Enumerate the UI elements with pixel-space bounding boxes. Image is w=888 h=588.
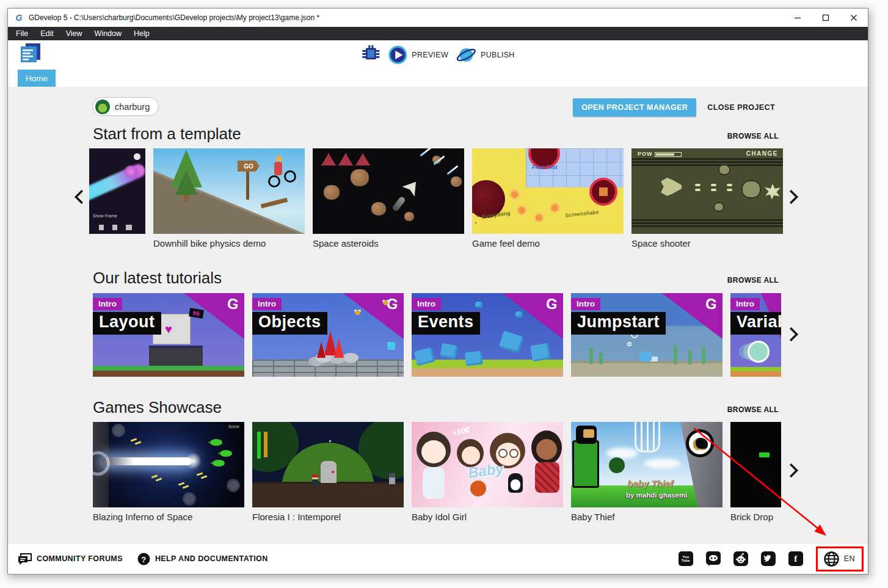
showcase-caption[interactable]: Baby Idol Girl — [412, 512, 563, 522]
help-icon: ? — [137, 553, 150, 565]
project-manager-button[interactable] — [19, 43, 42, 67]
showcase-card-blazing-inferno[interactable]: Score — [93, 422, 244, 507]
template-caption[interactable]: Downhill bike physics demo — [153, 238, 305, 249]
menu-file[interactable]: File — [8, 27, 34, 40]
art — [334, 338, 344, 358]
help-documentation-button[interactable]: ? HELP AND DOCUMENTATION — [137, 553, 268, 565]
showcase-card-baby-idol-girl[interactable]: +100 Baby — [412, 422, 563, 507]
template-card-game-feel[interactable]: Float Text Everything Screenshake — [472, 148, 624, 234]
play-icon — [388, 45, 407, 65]
showcase-caption[interactable]: Floresia I : Intemporel — [252, 512, 404, 522]
tutorial-tag: Intro — [93, 298, 122, 310]
browse-all-tutorials[interactable]: BROWSE ALL — [727, 276, 779, 285]
art — [511, 191, 518, 198]
debugger-button[interactable] — [361, 44, 380, 66]
template-card-space-shooter[interactable]: POW CHANGE — [631, 148, 783, 234]
art — [338, 153, 353, 165]
template-card-partial[interactable]: Show Frame — [89, 148, 145, 234]
template-card-downhill-bike[interactable]: GO — [153, 148, 305, 234]
score-label: Score — [228, 424, 239, 429]
open-project-manager-button[interactable]: OPEN PROJECT MANAGER — [573, 98, 696, 117]
art — [99, 225, 132, 230]
language-selector[interactable]: EN — [816, 546, 864, 572]
art — [355, 153, 370, 165]
twitter-icon[interactable] — [761, 551, 776, 566]
preview-label: PREVIEW — [412, 51, 448, 59]
art — [695, 184, 701, 186]
browse-all-showcase[interactable]: BROWSE ALL — [727, 405, 779, 414]
showcase-caption[interactable]: Brick Drop — [730, 512, 868, 522]
community-forums-button[interactable]: COMMUNITY FORUMS — [18, 553, 123, 565]
gdevelop-window: G GDevelop 5 - C:\Users\charburg\Documen… — [7, 8, 868, 575]
art — [702, 346, 705, 365]
art — [257, 432, 261, 459]
art — [387, 343, 395, 350]
art — [551, 205, 558, 211]
discord-icon[interactable] — [706, 551, 721, 566]
close-project-button[interactable]: CLOSE PROJECT — [704, 98, 779, 117]
showcase-card-floresia[interactable] — [252, 422, 404, 507]
art — [606, 448, 638, 459]
templates-right-arrow[interactable] — [784, 189, 798, 204]
tutorial-card-jumpstart[interactable]: G Intro Jumpstart — [571, 293, 722, 377]
tutorial-card-variables-partial[interactable]: +1 Intro Variables — [730, 293, 781, 377]
art — [713, 202, 724, 212]
templates-row: Show Frame GO — [89, 148, 783, 234]
baby-thief-byline: by mahdi ghasemi — [626, 492, 687, 499]
planet-icon — [456, 45, 476, 65]
hi-label: Hi — [189, 308, 204, 318]
art — [383, 300, 388, 305]
template-caption[interactable]: Space shooter — [631, 238, 783, 249]
template-card-space-asteroids[interactable] — [313, 148, 464, 234]
art — [509, 449, 519, 458]
art — [184, 494, 194, 504]
art — [184, 452, 202, 470]
maximize-button[interactable] — [812, 9, 840, 27]
art — [536, 214, 542, 221]
tutorials-right-arrow[interactable] — [784, 327, 798, 341]
tutorial-tag: Intro — [252, 298, 282, 310]
menu-help[interactable]: Help — [128, 27, 156, 40]
art — [589, 347, 593, 365]
menu-view[interactable]: View — [60, 27, 89, 40]
art — [688, 350, 692, 365]
reddit-icon[interactable] — [733, 551, 748, 566]
showcase-caption[interactable]: Blazing Inferno of Space — [93, 512, 244, 522]
section-title-showcase: Games Showcase — [93, 398, 222, 417]
titlebar[interactable]: G GDevelop 5 - C:\Users\charburg\Documen… — [8, 9, 868, 27]
user-chip[interactable]: charburg — [92, 97, 159, 116]
close-button[interactable] — [840, 9, 868, 27]
carousel-left-arrow[interactable] — [74, 189, 89, 204]
showcase-card-baby-thief[interactable]: baby Thief by mahdi ghasemi — [571, 422, 722, 507]
menu-edit[interactable]: Edit — [34, 27, 60, 40]
facebook-icon[interactable]: f — [788, 551, 803, 566]
art — [321, 461, 337, 483]
tutorial-card-layout[interactable]: G ♥ Hi Intro Layout — [93, 293, 244, 377]
template-caption[interactable]: Space asteroids — [313, 238, 464, 249]
art — [727, 184, 732, 186]
art — [631, 219, 783, 228]
art — [627, 342, 631, 346]
art — [317, 342, 326, 358]
browse-all-templates[interactable]: BROWSE ALL — [727, 132, 779, 140]
showcase-right-arrow[interactable] — [784, 463, 798, 477]
tutorial-tag: Intro — [412, 298, 441, 310]
art — [421, 440, 446, 463]
minimize-button[interactable] — [784, 9, 812, 27]
publish-button[interactable]: PUBLISH — [456, 45, 515, 65]
showcase-card-brick-drop-partial[interactable] — [730, 422, 781, 507]
showcase-caption[interactable]: Baby Thief — [571, 512, 722, 522]
art — [274, 162, 282, 175]
gdevelop-app-icon: G — [14, 13, 24, 23]
youtube-icon[interactable]: YouTube — [679, 551, 693, 566]
page: G GDevelop 5 - C:\Users\charburg\Documen… — [0, 0, 888, 588]
tab-home[interactable]: Home — [18, 70, 56, 87]
menu-window[interactable]: Window — [89, 27, 128, 40]
showcase-row: Score — [93, 422, 781, 507]
art — [730, 367, 781, 377]
preview-button[interactable]: PREVIEW — [388, 45, 448, 65]
template-caption[interactable]: Game feel demo — [472, 238, 624, 249]
tutorial-card-events[interactable]: G Intro Events — [412, 293, 563, 377]
tutorial-tag: Intro — [571, 298, 600, 310]
tutorial-card-objects[interactable]: G Intro Objects — [252, 293, 404, 377]
